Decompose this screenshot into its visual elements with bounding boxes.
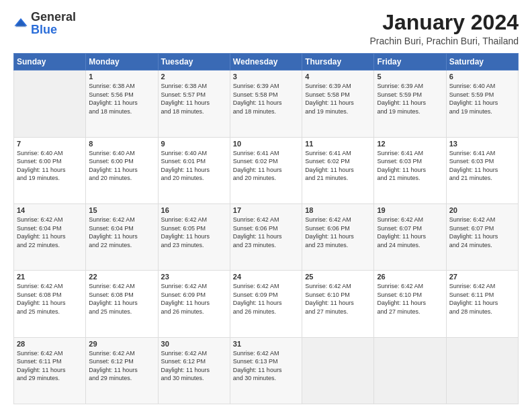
calendar-cell [446,337,518,404]
calendar-cell: 20Sunrise: 6:42 AM Sunset: 6:07 PM Dayli… [446,203,518,270]
calendar-cell: 28Sunrise: 6:42 AM Sunset: 6:11 PM Dayli… [14,337,86,404]
day-number: 4 [305,73,371,81]
col-wednesday: Wednesday [230,54,302,71]
day-number: 24 [233,273,299,281]
day-info: Sunrise: 6:39 AM Sunset: 5:58 PM Dayligh… [305,82,371,116]
calendar-cell: 26Sunrise: 6:42 AM Sunset: 6:10 PM Dayli… [374,271,446,337]
day-info: Sunrise: 6:42 AM Sunset: 6:10 PM Dayligh… [377,282,443,316]
calendar-cell: 29Sunrise: 6:42 AM Sunset: 6:12 PM Dayli… [86,337,158,404]
day-number: 1 [89,73,154,81]
day-number: 29 [89,340,154,348]
calendar-cell: 7Sunrise: 6:40 AM Sunset: 6:00 PM Daylig… [14,137,86,203]
day-number: 11 [305,140,371,148]
calendar-cell: 19Sunrise: 6:42 AM Sunset: 6:07 PM Dayli… [374,203,446,270]
day-info: Sunrise: 6:42 AM Sunset: 6:04 PM Dayligh… [89,216,154,249]
day-number: 23 [161,273,227,281]
day-info: Sunrise: 6:42 AM Sunset: 6:06 PM Dayligh… [305,216,371,249]
logo: General Blue [13,11,76,36]
day-info: Sunrise: 6:39 AM Sunset: 5:58 PM Dayligh… [233,82,299,116]
page: General Blue January 2024 Prachin Buri, … [0,0,532,411]
day-number: 19 [377,206,443,214]
day-number: 6 [449,73,515,81]
day-info: Sunrise: 6:40 AM Sunset: 5:59 PM Dayligh… [449,82,515,116]
calendar-cell: 31Sunrise: 6:42 AM Sunset: 6:13 PM Dayli… [230,337,302,404]
calendar-cell: 18Sunrise: 6:42 AM Sunset: 6:06 PM Dayli… [302,203,374,270]
calendar-cell: 5Sunrise: 6:39 AM Sunset: 5:59 PM Daylig… [374,71,446,137]
day-info: Sunrise: 6:40 AM Sunset: 6:01 PM Dayligh… [161,149,227,183]
logo-icon [13,16,28,31]
calendar-cell: 13Sunrise: 6:41 AM Sunset: 6:03 PM Dayli… [446,137,518,203]
day-info: Sunrise: 6:42 AM Sunset: 6:11 PM Dayligh… [449,282,515,316]
calendar-cell: 15Sunrise: 6:42 AM Sunset: 6:04 PM Dayli… [86,203,158,270]
calendar-cell: 14Sunrise: 6:42 AM Sunset: 6:04 PM Dayli… [14,203,86,270]
day-info: Sunrise: 6:42 AM Sunset: 6:10 PM Dayligh… [305,282,371,316]
calendar-cell: 9Sunrise: 6:40 AM Sunset: 6:01 PM Daylig… [158,137,230,203]
calendar-cell: 10Sunrise: 6:41 AM Sunset: 6:02 PM Dayli… [230,137,302,203]
day-info: Sunrise: 6:42 AM Sunset: 6:11 PM Dayligh… [17,349,83,383]
calendar-cell: 21Sunrise: 6:42 AM Sunset: 6:08 PM Dayli… [14,271,86,337]
calendar-cell: 6Sunrise: 6:40 AM Sunset: 5:59 PM Daylig… [446,71,518,137]
header: General Blue January 2024 Prachin Buri, … [13,11,519,46]
day-number: 7 [17,140,83,148]
calendar-header-row: Sunday Monday Tuesday Wednesday Thursday… [14,54,519,71]
day-number: 28 [17,340,83,348]
calendar-week-1: 1Sunrise: 6:38 AM Sunset: 5:56 PM Daylig… [14,71,519,137]
day-info: Sunrise: 6:42 AM Sunset: 6:04 PM Dayligh… [17,216,83,249]
day-number: 26 [377,273,443,281]
day-info: Sunrise: 6:42 AM Sunset: 6:12 PM Dayligh… [89,349,154,383]
day-info: Sunrise: 6:42 AM Sunset: 6:09 PM Dayligh… [161,282,227,316]
calendar-cell: 25Sunrise: 6:42 AM Sunset: 6:10 PM Dayli… [302,271,374,337]
day-info: Sunrise: 6:39 AM Sunset: 5:59 PM Dayligh… [377,82,443,116]
day-info: Sunrise: 6:42 AM Sunset: 6:07 PM Dayligh… [449,216,515,249]
calendar-cell: 16Sunrise: 6:42 AM Sunset: 6:05 PM Dayli… [158,203,230,270]
calendar-cell: 2Sunrise: 6:38 AM Sunset: 5:57 PM Daylig… [158,71,230,137]
col-friday: Friday [374,54,446,71]
day-number: 9 [161,140,227,148]
page-title: January 2024 [369,11,519,34]
day-number: 27 [449,273,515,281]
logo-blue: Blue [31,23,57,36]
day-info: Sunrise: 6:42 AM Sunset: 6:05 PM Dayligh… [161,216,227,249]
day-info: Sunrise: 6:41 AM Sunset: 6:03 PM Dayligh… [377,149,443,183]
day-number: 22 [89,273,154,281]
day-info: Sunrise: 6:41 AM Sunset: 6:02 PM Dayligh… [305,149,371,183]
calendar-week-4: 21Sunrise: 6:42 AM Sunset: 6:08 PM Dayli… [14,271,519,337]
day-number: 31 [233,340,299,348]
day-number: 17 [233,206,299,214]
calendar-week-5: 28Sunrise: 6:42 AM Sunset: 6:11 PM Dayli… [14,337,519,404]
day-number: 10 [233,140,299,148]
day-number: 25 [305,273,371,281]
page-subtitle: Prachin Buri, Prachin Buri, Thailand [369,36,519,46]
day-info: Sunrise: 6:38 AM Sunset: 5:57 PM Dayligh… [161,82,227,116]
day-info: Sunrise: 6:42 AM Sunset: 6:06 PM Dayligh… [233,216,299,249]
calendar-cell: 27Sunrise: 6:42 AM Sunset: 6:11 PM Dayli… [446,271,518,337]
day-info: Sunrise: 6:41 AM Sunset: 6:02 PM Dayligh… [233,149,299,183]
calendar-cell: 1Sunrise: 6:38 AM Sunset: 5:56 PM Daylig… [86,71,158,137]
calendar-week-2: 7Sunrise: 6:40 AM Sunset: 6:00 PM Daylig… [14,137,519,203]
calendar-cell: 24Sunrise: 6:42 AM Sunset: 6:09 PM Dayli… [230,271,302,337]
day-number: 5 [377,73,443,81]
title-block: January 2024 Prachin Buri, Prachin Buri,… [369,11,519,46]
calendar-cell: 17Sunrise: 6:42 AM Sunset: 6:06 PM Dayli… [230,203,302,270]
day-number: 13 [449,140,515,148]
day-info: Sunrise: 6:41 AM Sunset: 6:03 PM Dayligh… [449,149,515,183]
day-info: Sunrise: 6:42 AM Sunset: 6:07 PM Dayligh… [377,216,443,249]
day-number: 30 [161,340,227,348]
day-number: 12 [377,140,443,148]
day-info: Sunrise: 6:42 AM Sunset: 6:12 PM Dayligh… [161,349,227,383]
day-number: 8 [89,140,154,148]
calendar-week-3: 14Sunrise: 6:42 AM Sunset: 6:04 PM Dayli… [14,203,519,270]
day-info: Sunrise: 6:38 AM Sunset: 5:56 PM Dayligh… [89,82,154,116]
col-monday: Monday [86,54,158,71]
day-number: 20 [449,206,515,214]
col-thursday: Thursday [302,54,374,71]
day-info: Sunrise: 6:42 AM Sunset: 6:08 PM Dayligh… [17,282,83,316]
calendar-cell: 4Sunrise: 6:39 AM Sunset: 5:58 PM Daylig… [302,71,374,137]
calendar-cell: 12Sunrise: 6:41 AM Sunset: 6:03 PM Dayli… [374,137,446,203]
col-tuesday: Tuesday [158,54,230,71]
day-number: 21 [17,273,83,281]
calendar-cell [302,337,374,404]
day-info: Sunrise: 6:42 AM Sunset: 6:08 PM Dayligh… [89,282,154,316]
day-number: 2 [161,73,227,81]
day-number: 3 [233,73,299,81]
